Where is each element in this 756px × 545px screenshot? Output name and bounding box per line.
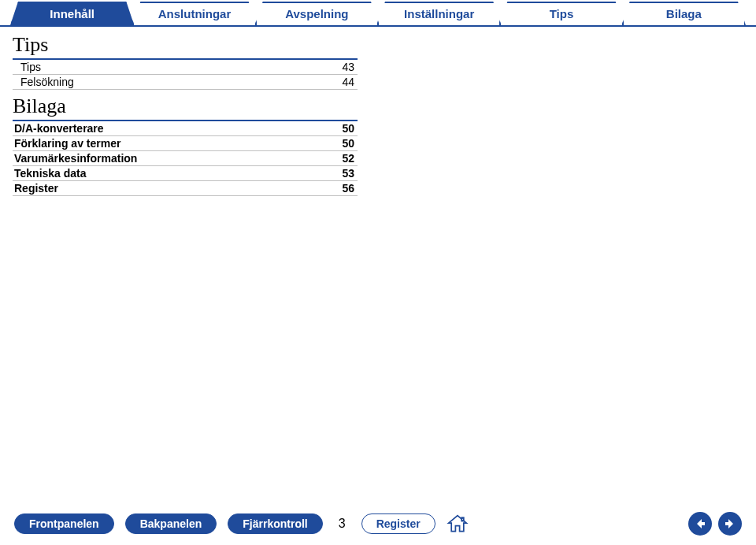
- next-page-button[interactable]: [718, 512, 742, 536]
- toc-page: 52: [326, 152, 354, 165]
- arrow-left-icon: [694, 517, 706, 530]
- prev-page-button[interactable]: [688, 512, 712, 536]
- page-number: 3: [339, 517, 346, 531]
- toc-label: Tips: [20, 61, 326, 73]
- toc-row-varumarke[interactable]: Varumärkesinformation 52: [13, 151, 358, 166]
- home-icon[interactable]: [447, 513, 469, 534]
- footer-register-button[interactable]: Register: [361, 513, 435, 534]
- section-title-bilaga: Bilaga: [13, 95, 358, 118]
- toc-page: 56: [326, 182, 354, 195]
- toc-row-tekniska[interactable]: Tekniska data 53: [13, 166, 358, 181]
- toc-label: Register: [14, 182, 326, 195]
- toc-page: 53: [326, 167, 354, 180]
- toc-row-termer[interactable]: Förklaring av termer 50: [13, 136, 358, 151]
- tab-tips[interactable]: Tips: [499, 2, 623, 25]
- footer-frontpanelen-button[interactable]: Frontpanelen: [14, 513, 114, 534]
- top-tabs: Innehåll Anslutningar Avspelning Inställ…: [0, 2, 756, 25]
- toc-label: Förklaring av termer: [14, 137, 326, 150]
- tab-innehall[interactable]: Innehåll: [10, 2, 134, 25]
- tab-anslutningar[interactable]: Anslutningar: [132, 2, 256, 25]
- toc-page: 43: [326, 61, 354, 73]
- toc-page: 50: [326, 122, 354, 135]
- toc-row-register[interactable]: Register 56: [13, 181, 358, 196]
- toc-label: Varumärkesinformation: [14, 152, 326, 165]
- toc-label: D/A-konverterare: [14, 122, 326, 135]
- footer-bakpanelen-button[interactable]: Bakpanelen: [125, 513, 217, 534]
- toc-row-tips[interactable]: Tips 43: [13, 58, 358, 75]
- tab-avspelning[interactable]: Avspelning: [255, 2, 379, 25]
- toc-row-felsokning[interactable]: Felsökning 44: [13, 75, 358, 90]
- section-title-tips: Tips: [13, 33, 358, 57]
- footer-fjarrkontroll-button[interactable]: Fjärrkontroll: [228, 513, 322, 534]
- tab-bilaga[interactable]: Bilaga: [622, 2, 746, 25]
- svg-rect-0: [461, 517, 464, 521]
- toc-page: 50: [326, 137, 354, 150]
- toc-content: Tips Tips 43 Felsökning 44 Bilaga D/A-ko…: [0, 27, 370, 196]
- toc-label: Felsökning: [20, 76, 326, 88]
- footer-bar: Frontpanelen Bakpanelen Fjärrkontroll 3 …: [0, 512, 756, 536]
- toc-row-da[interactable]: D/A-konverterare 50: [13, 120, 358, 136]
- tab-installningar[interactable]: Inställningar: [377, 2, 501, 25]
- page-arrows: [688, 512, 742, 536]
- toc-page: 44: [326, 76, 354, 88]
- toc-label: Tekniska data: [14, 167, 326, 180]
- arrow-right-icon: [724, 517, 736, 530]
